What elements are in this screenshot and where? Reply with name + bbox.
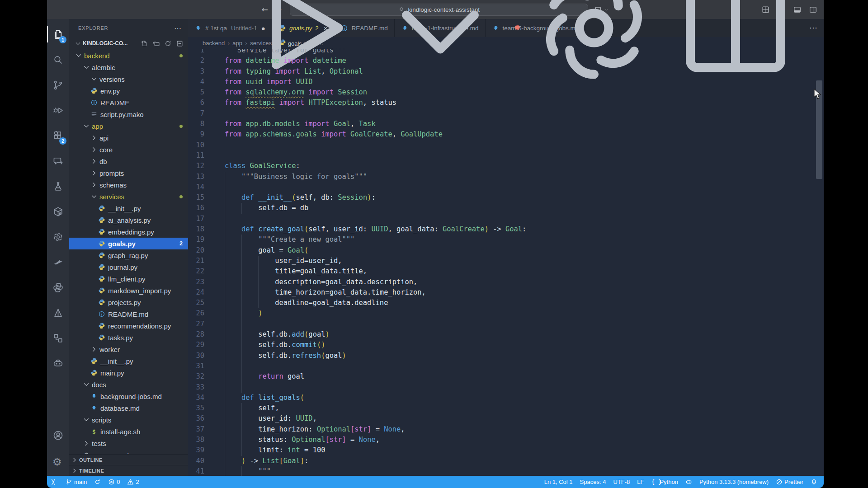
status-cursor-position[interactable]: Ln 1, Col 1 — [544, 479, 573, 485]
code-line[interactable]: time_horizon: Optional[str] = None, — [225, 424, 824, 435]
status-git-sync[interactable] — [94, 479, 101, 485]
code-line[interactable]: user_id: UUID, — [225, 413, 824, 424]
explorer-item-journal-py[interactable]: journal.py — [69, 261, 188, 273]
code-line[interactable]: user_id=user_id, — [225, 256, 824, 266]
status-python-interpreter[interactable]: Python 3.13.3 (homebrew) — [699, 479, 769, 485]
code-line[interactable]: def list_goals( — [225, 393, 824, 403]
explorer-item-embeddings-py[interactable]: embeddings.py — [69, 226, 188, 238]
code-line[interactable]: self.db = db — [225, 203, 824, 213]
explorer-item-scripts[interactable]: scripts — [69, 414, 188, 426]
explorer-item-backend[interactable]: backend — [69, 50, 188, 61]
explorer-item-background-jobs-md[interactable]: background-jobs.md — [69, 390, 188, 402]
code-line[interactable]: description=goal_data.description, — [225, 277, 824, 287]
status-copilot-status[interactable] — [685, 479, 692, 485]
activity-item-testing[interactable] — [47, 174, 69, 199]
status-remote-indicator[interactable]: ╳ — [52, 479, 58, 485]
explorer-item-readme-md[interactable]: README.md — [69, 308, 188, 320]
status-warnings[interactable]: 2 — [127, 479, 139, 485]
status-notifications[interactable] — [811, 479, 817, 485]
explorer-item-script-py-mako[interactable]: script.py.mako — [69, 108, 188, 120]
activity-item-accounts[interactable] — [47, 422, 69, 449]
toggle-secondary-sidebar-icon[interactable] — [809, 5, 817, 14]
code-line[interactable] — [225, 319, 824, 329]
activity-item-source-control[interactable] — [47, 72, 69, 98]
new-folder-icon[interactable] — [152, 40, 160, 47]
status-eol[interactable]: LF — [637, 479, 644, 485]
activity-item-explorer[interactable]: 1 — [47, 22, 69, 47]
activity-item-search[interactable] — [47, 47, 69, 72]
explorer-item-docs[interactable]: docs — [69, 379, 188, 390]
explorer-item-goals-py[interactable]: goals.py2 — [69, 238, 188, 249]
status-formatter[interactable]: Prettier — [776, 479, 803, 485]
explorer-item-versions[interactable]: versions — [69, 73, 188, 85]
status-indentation[interactable]: Spaces: 4 — [580, 479, 606, 485]
code-line[interactable]: self.db.refresh(goal) — [225, 351, 824, 361]
code-line[interactable]: def create_goal(self, user_id: UUID, goa… — [225, 224, 824, 235]
activity-item-chat[interactable] — [47, 148, 69, 174]
code-line[interactable]: from typing import List, Optional — [225, 66, 824, 77]
code-line[interactable] — [225, 361, 824, 371]
code-line[interactable] — [225, 150, 824, 161]
timeline-section[interactable]: TIMELINE — [69, 465, 188, 476]
explorer-item-tasks-py[interactable]: tasks.py — [69, 332, 188, 343]
explorer-item-main-py[interactable]: main.py — [69, 367, 188, 379]
explorer-item-install-age-sh[interactable]: $install-age.sh — [69, 426, 188, 437]
code-runner-button[interactable]: ✹ — [514, 24, 520, 32]
breadcrumb-item-backend[interactable]: backend — [203, 40, 225, 47]
outline-section[interactable]: OUTLINE — [69, 454, 188, 465]
code-line[interactable]: return goal — [225, 371, 824, 382]
code-line[interactable]: time_horizon=goal_data.time_horizon, — [225, 287, 824, 298]
explorer-item-database-md[interactable]: database.md — [69, 402, 188, 414]
collapse-folders-icon[interactable] — [176, 40, 184, 47]
explorer-item-projects-py[interactable]: projects.py — [69, 296, 188, 308]
explorer-item-tests[interactable]: tests — [69, 437, 188, 449]
explorer-item-markdown-import-py[interactable]: markdown_import.py — [69, 285, 188, 296]
activity-item-copilot-extension[interactable] — [47, 351, 69, 376]
code-line[interactable]: status: Optional[str] = None, — [225, 435, 824, 445]
explorer-item-env-example[interactable]: ⚙.env.example — [69, 449, 188, 454]
code-line[interactable]: ) — [225, 308, 824, 319]
code-line[interactable]: self, — [225, 403, 824, 413]
explorer-item-init-py[interactable]: __init__.py — [69, 202, 188, 214]
code-line[interactable] — [225, 108, 824, 119]
explorer-item-readme[interactable]: README — [69, 97, 188, 108]
code-line[interactable]: self.db.add(goal) — [225, 329, 824, 340]
code-line[interactable]: from uuid import UUID — [225, 77, 824, 87]
activity-item-kangaroo-extension[interactable] — [47, 249, 69, 275]
code-line[interactable]: """Create a new goal""" — [225, 235, 824, 245]
code-line[interactable]: from sqlalchemy.orm import Session — [225, 87, 824, 98]
code-line[interactable]: from app.db.models import Goal, Task — [225, 119, 824, 129]
code-line[interactable]: """Business logic for goals""" — [225, 172, 824, 182]
status-errors[interactable]: 0 — [108, 479, 120, 485]
code-line[interactable] — [225, 140, 824, 150]
explorer-item-services[interactable]: services — [69, 191, 188, 202]
activity-item-extensions[interactable]: 2 — [47, 123, 69, 148]
code-line[interactable]: class GoalService: — [225, 161, 824, 171]
explorer-item-prompts[interactable]: prompts — [69, 167, 188, 179]
code-line[interactable]: from fastapi import HTTPException, statu… — [225, 98, 824, 108]
workspace-section-header[interactable]: KINDLOGIC-CO... — [69, 37, 188, 50]
activity-item-python-extension[interactable] — [47, 275, 69, 300]
explorer-item-alembic[interactable]: alembic — [69, 61, 188, 73]
code-line[interactable]: from datetime import datetime — [225, 56, 824, 66]
explorer-item-api[interactable]: api — [69, 132, 188, 144]
code-line[interactable]: self.db.commit() — [225, 340, 824, 350]
code-line[interactable]: """ — [225, 466, 824, 476]
activity-item-prism-extension[interactable] — [47, 300, 69, 325]
status-language-mode[interactable]: { }Python — [651, 479, 678, 485]
activity-item-settings[interactable]: ⚙ — [47, 449, 69, 476]
status-git-branch[interactable]: main — [66, 479, 87, 485]
explorer-item-ai-analysis-py[interactable]: ai_analysis.py — [69, 214, 188, 226]
explorer-item-env-py[interactable]: env.py — [69, 85, 188, 97]
code-line[interactable] — [225, 382, 824, 393]
code-line[interactable]: title=goal_data.title, — [225, 266, 824, 277]
code-line[interactable]: ) -> List[Goal]: — [225, 456, 824, 466]
code-line[interactable]: goal = Goal( — [225, 245, 824, 256]
explorer-item-app[interactable]: app — [69, 120, 188, 132]
code-line[interactable] — [225, 214, 824, 224]
code-line[interactable]: deadline=goal_data.deadline — [225, 298, 824, 308]
explorer-item-llm-client-py[interactable]: llm_client.py — [69, 273, 188, 285]
explorer-item-graph-rag-py[interactable]: graph_rag.py — [69, 249, 188, 261]
code-line[interactable]: limit: int = 100 — [225, 445, 824, 455]
explorer-more-icon[interactable]: ⋯ — [174, 24, 182, 33]
